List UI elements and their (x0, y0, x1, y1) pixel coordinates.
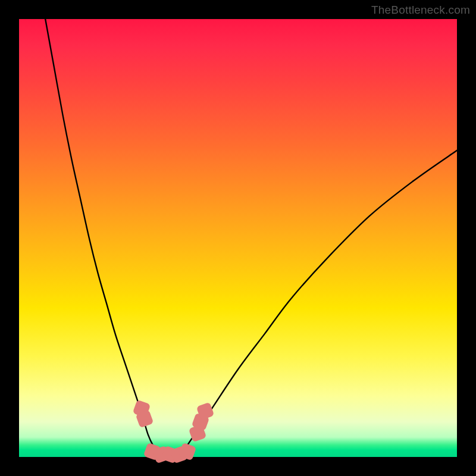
watermark-text: TheBottleneck.com (371, 4, 470, 17)
outer-frame: TheBottleneck.com (0, 0, 476, 476)
bottleneck-curve (45, 19, 457, 457)
curve-layer (19, 19, 457, 457)
